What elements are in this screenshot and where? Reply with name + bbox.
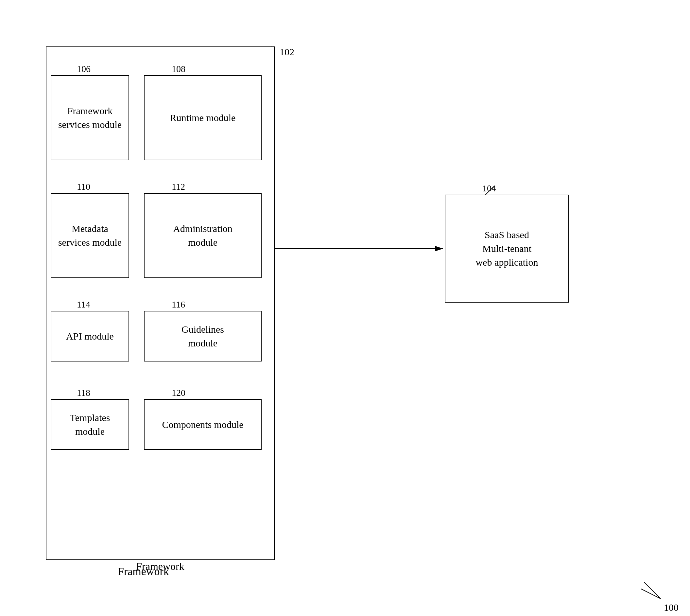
guidelines-module: Guidelines module: [144, 311, 262, 361]
templates-module: Templates module: [51, 399, 129, 450]
runtime-module: Runtime module: [144, 75, 262, 160]
ref-106-label: 106: [77, 64, 91, 74]
svg-line-22: [641, 589, 661, 599]
saas-module: SaaS based Multi-tenant web application: [445, 195, 569, 303]
ref-108-label: 108: [172, 64, 185, 74]
ref-114-label: 114: [77, 299, 90, 310]
ref-118-label: 118: [77, 388, 90, 398]
administration-module: Administration module: [144, 193, 262, 278]
framework-services-module: Framework services module: [51, 75, 129, 160]
components-module: Components module: [144, 399, 262, 450]
ref-110-label: 110: [77, 181, 90, 192]
metadata-services-module: Metadata services module: [51, 193, 129, 278]
framework-bottom-label: Framework: [118, 565, 169, 578]
svg-line-21: [644, 582, 661, 599]
ref-102: 102: [280, 46, 294, 58]
ref-112-label: 112: [172, 181, 185, 192]
diagram-container: Framework 102 106 Framework services mod…: [20, 26, 690, 609]
ref-116-label: 116: [172, 299, 185, 310]
ref-120-label: 120: [172, 388, 185, 398]
ref-104-label: 104: [482, 183, 496, 194]
ref-100-label: 100: [664, 602, 678, 613]
api-module: API module: [51, 311, 129, 361]
